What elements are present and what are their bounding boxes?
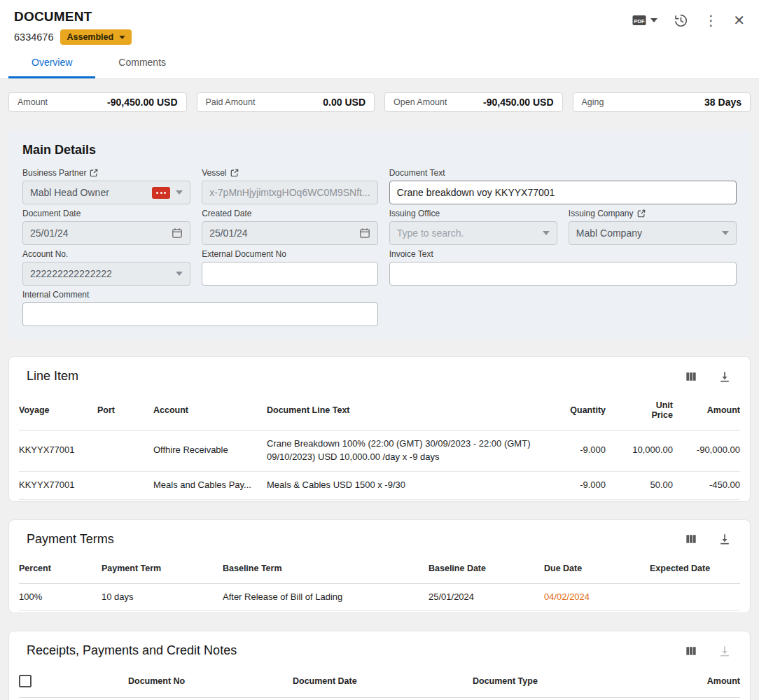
field-vessel: Vessel x-7pMnHjyjimtxgHOq6WC0M9SNft... [202, 168, 378, 204]
field-external-document-no: External Document No [202, 249, 378, 286]
col-unit-price: Unit Price [606, 385, 673, 430]
close-button[interactable]: ✕ [733, 13, 745, 27]
account-no-label: Account No. [22, 249, 190, 259]
receipts-section: Receipts, Payments and Credit Notes Docu… [8, 631, 751, 700]
col-baseline-date: Baseline Date [429, 548, 544, 584]
internal-comment-input[interactable] [22, 302, 378, 326]
external-link-icon[interactable] [230, 169, 239, 177]
vessel-label: Vessel [202, 168, 378, 178]
summary-value: 0.00 USD [323, 97, 365, 108]
payment-terms-header: Payment Terms [19, 526, 740, 548]
columns-settings-button[interactable] [684, 532, 698, 546]
payment-terms-title: Payment Terms [27, 532, 114, 547]
account-no-select[interactable]: 222222222222222 [22, 262, 190, 286]
cell-baseline-term: After Release of Bill of Lading [223, 583, 429, 611]
field-created-date: Created Date 25/01/24 [202, 209, 378, 245]
summary-value: -90,450.00 USD [107, 97, 177, 108]
issuing-office-select[interactable]: Type to search. [389, 221, 557, 245]
pdf-export-button[interactable]: PDF [631, 12, 657, 29]
cell-account: Offhire Receivable [153, 430, 267, 472]
download-button[interactable] [718, 370, 732, 384]
download-icon [718, 532, 732, 546]
tab-overview[interactable]: Overview [8, 46, 95, 78]
line-item-header-row: Voyage Port Account Document Line Text Q… [19, 385, 740, 430]
tab-overview-label: Overview [32, 57, 72, 68]
col-document-line-text: Document Line Text [267, 385, 547, 430]
download-button[interactable] [718, 532, 732, 546]
pdf-icon: PDF [631, 12, 648, 29]
chevron-down-icon [543, 231, 550, 235]
field-issuing-company: Issuing Company Mabl Company [569, 209, 737, 245]
summary-label: Open Amount [394, 97, 447, 107]
line-item-header: Line Item [19, 363, 740, 385]
status-badge-label: Assembled [67, 32, 113, 42]
summary-label: Paid Amount [206, 97, 256, 107]
columns-icon [684, 532, 698, 546]
col-document-date: Document Date [293, 659, 473, 698]
cell-due-date: 04/02/2024 [544, 583, 650, 611]
cell-baseline-date: 25/01/2024 [429, 583, 544, 611]
line-item-row: KKYYX77001 Meals and Cables Pay... Meals… [19, 471, 740, 499]
line-item-section: Line Item Voyage Port Account Document L… [8, 356, 751, 502]
external-document-no-input[interactable] [202, 262, 378, 286]
cell-port [97, 430, 153, 472]
summary-card-paid-amount: Paid Amount 0.00 USD [197, 92, 375, 112]
business-partner-label: Business Partner [22, 168, 190, 178]
col-document-type: Document Type [473, 659, 669, 698]
chevron-down-icon [119, 36, 125, 39]
chevron-down-icon [176, 272, 183, 276]
line-item-row: KKYYX77001 Offhire Receivable Crane Brea… [19, 430, 740, 472]
col-amount: Amount [673, 385, 740, 430]
line-item-title: Line Item [27, 369, 78, 384]
business-partner-select[interactable]: Mabl Head Owner [22, 181, 190, 204]
issuing-company-select[interactable]: Mabl Company [569, 221, 737, 245]
field-internal-comment: Internal Comment [22, 290, 378, 326]
payment-terms-section: Payment Terms Percent Payment Term Basel… [8, 519, 751, 614]
partner-alert-icon [152, 187, 170, 199]
close-icon: ✕ [733, 13, 745, 27]
issuing-company-label: Issuing Company [569, 209, 737, 218]
page-body: Amount -90,450.00 USD Paid Amount 0.00 U… [0, 79, 759, 700]
cell-unit-price: 10,000.00 [606, 430, 673, 472]
col-account: Account [153, 385, 267, 430]
columns-settings-button[interactable] [684, 370, 698, 384]
receipts-header: Receipts, Payments and Credit Notes [19, 637, 740, 659]
document-date-label: Document Date [22, 209, 190, 218]
download-icon [718, 370, 732, 384]
field-business-partner: Business Partner Mabl Head Owner [22, 168, 190, 204]
select-all-checkbox[interactable] [19, 675, 32, 687]
invoice-text-input[interactable] [389, 262, 737, 286]
document-number: 6334676 [14, 31, 53, 43]
summary-label: Aging [582, 97, 604, 107]
vessel-input[interactable]: x-7pMnHjyjimtxgHOq6WC0M9SNft... [202, 181, 378, 204]
cell-amount: -90,000.00 [673, 430, 740, 472]
cell-payment-term: 10 days [102, 583, 223, 611]
history-button[interactable] [673, 13, 688, 28]
cell-quantity: -9.000 [547, 430, 606, 472]
field-document-date: Document Date 25/01/24 [22, 209, 190, 245]
cell-port [97, 471, 153, 499]
col-payment-term: Payment Term [102, 548, 223, 584]
external-link-icon[interactable] [90, 169, 98, 177]
cell-quantity: -9.000 [547, 471, 606, 499]
calendar-icon[interactable] [359, 227, 370, 239]
chevron-down-icon [722, 231, 729, 235]
external-link-icon[interactable] [637, 209, 646, 218]
document-date-input[interactable]: 25/01/24 [22, 221, 190, 245]
tab-comments-label: Comments [118, 57, 166, 68]
status-badge[interactable]: Assembled [60, 29, 132, 45]
more-menu-button[interactable]: ⋮ [704, 13, 718, 27]
summary-card-amount: Amount -90,450.00 USD [8, 92, 187, 112]
created-date-input[interactable]: 25/01/24 [202, 221, 378, 245]
document-text-input[interactable] [389, 181, 737, 204]
payment-terms-tools [684, 532, 736, 546]
tab-bar: Overview Comments [0, 46, 759, 79]
field-issuing-office: Issuing Office Type to search. [389, 209, 557, 245]
calendar-icon[interactable] [172, 227, 183, 239]
document-text-label: Document Text [389, 168, 737, 178]
col-document-no: Document No [128, 659, 293, 698]
kebab-menu-icon: ⋮ [704, 13, 718, 27]
columns-settings-button[interactable] [684, 644, 698, 658]
tab-comments[interactable]: Comments [95, 46, 189, 78]
main-details-title: Main Details [22, 143, 737, 158]
